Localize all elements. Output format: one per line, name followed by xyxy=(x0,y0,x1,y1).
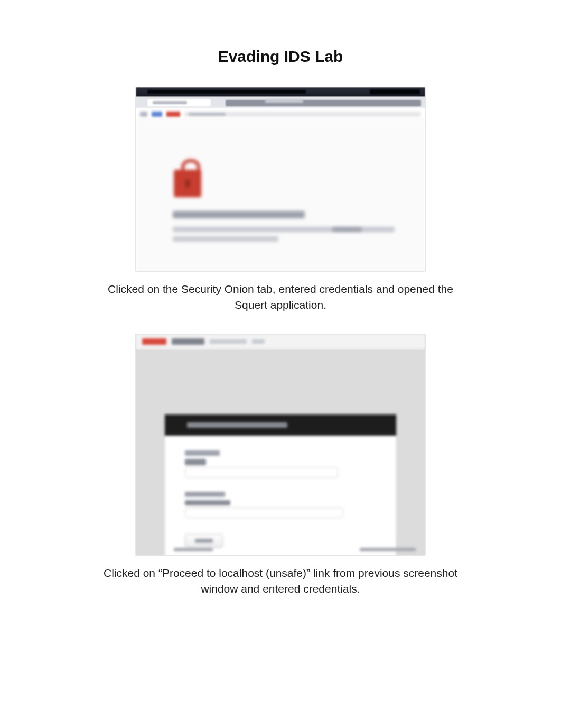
login-page-body xyxy=(136,351,425,554)
login-panel xyxy=(164,414,397,556)
window-titlebar xyxy=(136,87,425,97)
insecure-indicator-icon xyxy=(166,112,180,117)
browser-toolbar xyxy=(136,108,425,120)
titlebar-text-fragment xyxy=(265,99,303,103)
nav-hint-icon xyxy=(152,112,162,117)
address-bar[interactable] xyxy=(184,112,421,117)
caption-2: Clicked on “Proceed to localhost (unsafe… xyxy=(90,565,471,597)
login-panel-body xyxy=(165,436,396,556)
privacy-warning-page xyxy=(136,120,425,272)
tab-address-overflow xyxy=(226,100,421,106)
lock-warning-icon xyxy=(174,170,201,197)
username-value-preview xyxy=(185,459,206,465)
app-logo xyxy=(142,338,166,345)
app-header-text-2 xyxy=(252,339,265,344)
page-title: Evading IDS Lab xyxy=(32,48,529,66)
warning-body-line-2 xyxy=(173,236,278,242)
username-label xyxy=(185,450,220,456)
nav-back-icon[interactable] xyxy=(140,112,147,117)
app-header-bar xyxy=(136,334,425,350)
login-panel-header xyxy=(165,414,396,436)
browser-tab-strip xyxy=(136,97,425,108)
username-input[interactable] xyxy=(185,467,338,478)
password-label xyxy=(185,492,225,497)
warning-heading xyxy=(173,211,305,218)
app-brand-text xyxy=(172,338,204,345)
password-input[interactable] xyxy=(185,508,343,518)
warning-body-line-1 xyxy=(173,227,395,232)
password-value-preview xyxy=(185,500,230,505)
browser-tab[interactable] xyxy=(147,99,211,106)
page-footer xyxy=(136,548,425,553)
caption-1: Clicked on the Security Onion tab, enter… xyxy=(90,281,471,314)
app-header-text-1 xyxy=(210,339,247,344)
screenshot-login-panel xyxy=(135,334,426,556)
screenshot-browser-warning xyxy=(135,87,426,272)
login-button[interactable] xyxy=(185,534,223,548)
